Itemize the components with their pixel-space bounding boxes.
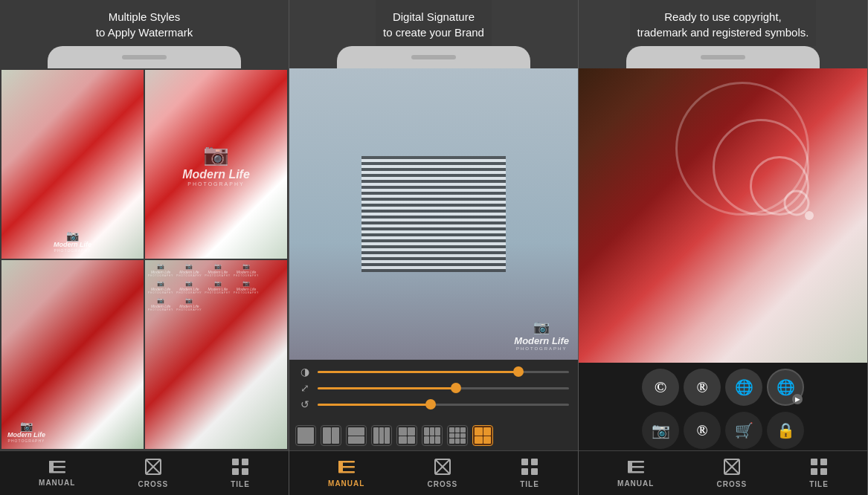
manual-icon-p1 xyxy=(49,459,65,476)
size-thumb[interactable] xyxy=(451,383,461,393)
signature-watermark: 📷 Modern Life PHOTOGRAPHY xyxy=(514,319,569,351)
opacity-icon: ◑ xyxy=(298,366,312,378)
brand-name-big: Modern Life xyxy=(182,168,250,181)
grid-opt-3c[interactable] xyxy=(371,425,392,446)
toolbar-cross-p2[interactable]: CROSS xyxy=(417,455,469,492)
panel-signature: Digital Signature to create your Brand 📷… xyxy=(289,0,579,495)
camera-icon-big: 📷 xyxy=(182,142,250,166)
camera-icon-sm: 📷 xyxy=(66,230,79,241)
photo-br: 📷Modern LifePHOTOGRAPHY 📷Modern LifePHOT… xyxy=(145,260,287,449)
opacity-fill xyxy=(318,371,518,373)
grid-opt-2r[interactable] xyxy=(346,425,367,446)
svg-rect-3 xyxy=(49,461,54,473)
manual-icon-p3 xyxy=(628,459,644,477)
size-track[interactable] xyxy=(318,387,569,389)
grid-opt-last[interactable] xyxy=(472,425,493,446)
symbol-globe1[interactable]: 🌐 xyxy=(725,369,762,406)
symbol-cart[interactable]: 🛒 xyxy=(725,412,762,449)
tile-label-p3: TILE xyxy=(809,480,829,488)
svg-rect-32 xyxy=(820,468,827,475)
phone-frame-top xyxy=(48,46,241,68)
cam-icon-bl: 📷 xyxy=(20,421,33,431)
grid-opt-3x2[interactable] xyxy=(422,425,443,446)
symbol-globe2[interactable]: 🌐▶ xyxy=(767,369,804,406)
phone-notch-3 xyxy=(701,55,745,59)
photo-tl: 📷 Modern Life PHOTOGRAPHY xyxy=(1,70,144,259)
svg-rect-21 xyxy=(531,468,538,475)
toolbar-manual-p1[interactable]: MANUAL xyxy=(28,456,86,491)
manual-label-p2: MANUAL xyxy=(328,479,364,488)
tiled-watermark: 📷Modern LifePHOTOGRAPHY 📷Modern LifePHOT… xyxy=(145,260,287,449)
opacity-thumb[interactable] xyxy=(513,366,524,377)
tile-4: 📷Modern LifePHOTOGRAPHY xyxy=(234,263,259,277)
sig-brand-sub: PHOTOGRAPHY xyxy=(514,346,569,351)
grid-opt-1[interactable] xyxy=(295,425,316,446)
opacity-slider-row: ◑ xyxy=(298,366,569,378)
photo-tr: 📷 Modern Life PHOTOGRAPHY xyxy=(145,70,287,259)
watermark-tr: 📷 Modern Life PHOTOGRAPHY xyxy=(182,142,250,187)
grid-cell-bl: 📷 Modern Life PHOTOGRAPHY xyxy=(1,260,144,449)
sig-brand-name: Modern Life xyxy=(514,335,569,346)
size-slider-row: ⤢ xyxy=(298,382,569,394)
panel-symbols: Ready to use copyright, trademark and re… xyxy=(579,0,868,495)
opacity-track[interactable] xyxy=(318,371,569,373)
toolbar-cross-p1[interactable]: CROSS xyxy=(127,455,180,492)
symbol-camera[interactable]: 📷 xyxy=(642,412,679,449)
tile-5: 📷Modern LifePHOTOGRAPHY xyxy=(148,280,173,294)
cross-icon-p2 xyxy=(434,459,451,478)
manual-icon-p2 xyxy=(338,459,355,477)
photo-grid: 📷 Modern Life PHOTOGRAPHY 📷 Modern Life … xyxy=(0,68,289,450)
symbol-lock[interactable]: 🔒 xyxy=(767,412,804,449)
toolbar-manual-p3[interactable]: MANUAL xyxy=(606,456,665,491)
sig-cam-icon: 📷 xyxy=(514,319,569,335)
phone-notch-2 xyxy=(411,55,456,59)
grid-cell-tr: 📷 Modern Life PHOTOGRAPHY xyxy=(145,70,287,259)
rotate-slider-row: ↺ xyxy=(298,398,569,410)
manual-label-p3: MANUAL xyxy=(617,479,654,488)
manual-label-p1: MANUAL xyxy=(39,479,75,487)
svg-rect-25 xyxy=(628,461,632,473)
toolbar-tile-p2[interactable]: TILE xyxy=(509,455,550,492)
rotate-thumb[interactable] xyxy=(425,399,436,410)
toolbar-manual-p2[interactable]: MANUAL xyxy=(317,456,376,491)
tile-7: 📷Modern LifePHOTOGRAPHY xyxy=(205,280,231,294)
svg-rect-19 xyxy=(531,459,538,465)
photo-area-2: 📷 Modern Life PHOTOGRAPHY xyxy=(289,68,578,360)
size-fill xyxy=(318,387,456,389)
svg-rect-10 xyxy=(242,468,248,475)
grid-opt-2c[interactable] xyxy=(321,425,341,446)
cross-label-p3: CROSS xyxy=(717,480,748,488)
toolbar-tile-p1[interactable]: TILE xyxy=(219,455,261,492)
symbol-copyright[interactable]: © xyxy=(642,369,679,406)
watermark-bl: 📷 Modern Life PHOTOGRAPHY xyxy=(7,421,45,443)
grid-opt-3x3[interactable] xyxy=(447,425,468,446)
phone-frame-top-2 xyxy=(337,46,530,68)
svg-rect-7 xyxy=(232,459,239,465)
panel1-toolbar: MANUAL CROSS TILE xyxy=(0,450,289,495)
grid-selector xyxy=(289,421,578,450)
svg-rect-18 xyxy=(521,459,528,465)
rotate-track[interactable] xyxy=(318,404,569,406)
svg-rect-31 xyxy=(811,468,817,475)
brandsub-bl: PHOTOGRAPHY xyxy=(8,439,45,443)
panel-styles: Multiple Styles to Apply Watermark 📷 Mod… xyxy=(0,0,289,495)
tile-1: 📷Modern LifePHOTOGRAPHY xyxy=(148,263,173,277)
tile-3: 📷Modern LifePHOTOGRAPHY xyxy=(205,263,231,277)
grid-opt-2x2[interactable] xyxy=(396,425,417,446)
brand-bl: Modern Life xyxy=(7,431,45,439)
tile-icon-p2 xyxy=(521,459,538,478)
toolbar-tile-p3[interactable]: TILE xyxy=(798,455,840,492)
symbol-r-dark[interactable]: ® xyxy=(684,412,721,449)
rotate-icon: ↺ xyxy=(298,398,312,410)
ring-center xyxy=(805,211,814,220)
size-icon: ⤢ xyxy=(298,382,312,394)
phone-notch xyxy=(122,55,167,59)
symbol-registered[interactable]: ® xyxy=(684,369,721,406)
tile-9: 📷Modern LifePHOTOGRAPHY xyxy=(148,297,173,311)
rotate-fill xyxy=(318,404,431,406)
toolbar-cross-p3[interactable]: CROSS xyxy=(706,455,759,492)
panel3-header: Ready to use copyright, trademark and re… xyxy=(630,0,817,46)
panel1-header: Multiple Styles to Apply Watermark xyxy=(89,0,200,46)
svg-rect-30 xyxy=(820,459,827,465)
brand-sub-sm: PHOTOGRAPHY xyxy=(54,248,91,253)
